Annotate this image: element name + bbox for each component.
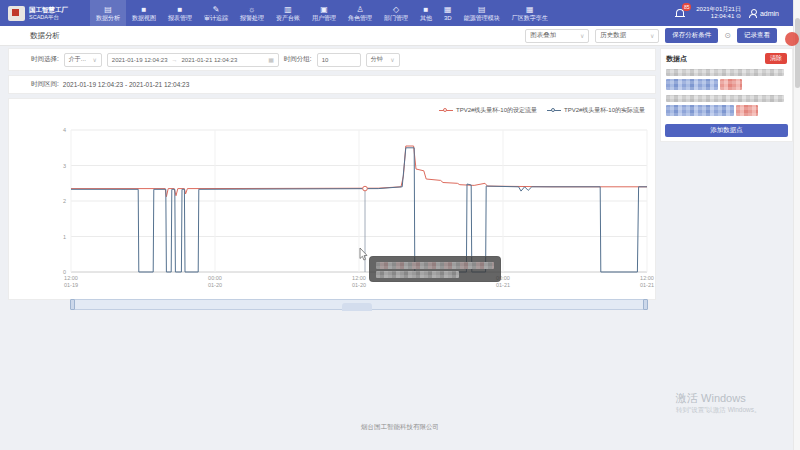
department-management-icon: ◇ xyxy=(393,5,399,14)
energy-management-icon: ▤ xyxy=(478,5,486,14)
interval-unit-select[interactable]: 分钟 ∨ xyxy=(366,53,400,67)
datazoom-slider[interactable] xyxy=(71,299,647,310)
chevron-down-icon: ∨ xyxy=(92,56,96,63)
svg-text:01-21: 01-21 xyxy=(640,282,654,288)
svg-text:01-20: 01-20 xyxy=(352,282,366,288)
help-icon[interactable]: ⊙ xyxy=(724,31,731,40)
nav-item-asset-ledger[interactable]: ▥资产台账 xyxy=(270,0,306,26)
svg-text:00:00: 00:00 xyxy=(208,275,222,281)
chevron-down-icon: ∨ xyxy=(580,32,584,39)
datapoints-panel: 数据点 清除 添加数据点 xyxy=(660,48,793,142)
main-menu: ▤数据分析 ■数据视图 ■报表管理 ✎审计追踪 ☼报警处理 ▥资产台账 ▣用户管… xyxy=(90,0,674,26)
chart-panel: TPV2#线头量杯-10的设定流量 TPV2#线头量杯-10的实际流量 0123… xyxy=(8,98,656,300)
save-analysis-button[interactable]: 保存分析条件 xyxy=(665,28,718,43)
datazoom-right-handle[interactable] xyxy=(643,299,648,310)
clear-button[interactable]: 清除 xyxy=(765,53,787,64)
svg-text:12:00: 12:00 xyxy=(352,275,366,281)
datazoom-shadow xyxy=(342,303,372,311)
data-analysis-icon: ▤ xyxy=(104,5,112,14)
tooltip-redacted-line xyxy=(376,262,494,269)
nav-item-audit-trail[interactable]: ✎审计追踪 xyxy=(198,0,234,26)
username: admin xyxy=(760,10,779,17)
notifications-button[interactable]: 85 xyxy=(674,6,688,20)
threed-icon: ▦ xyxy=(444,5,452,14)
scrollbar-thumb[interactable] xyxy=(795,18,800,88)
user-menu[interactable]: admin xyxy=(749,9,779,18)
nav-item-alarm-handling[interactable]: ☼报警处理 xyxy=(234,0,270,26)
chevron-down-icon: ∨ xyxy=(390,56,394,63)
chart-tooltip xyxy=(369,256,501,282)
datapoint-name-redacted xyxy=(666,69,784,76)
svg-text:4: 4 xyxy=(63,127,66,133)
page-title: 数据分析 xyxy=(30,31,60,41)
nav-item-energy-management[interactable]: ▤能源管理模块 xyxy=(458,0,506,26)
date-end-value: 2021-01-21 12:04:23 xyxy=(182,57,238,63)
line-chart[interactable]: 0123412:0001-1900:0001-2012:0001-2000:00… xyxy=(9,113,657,299)
svg-text:01-21: 01-21 xyxy=(496,282,510,288)
nav-item-data-analysis[interactable]: ▤数据分析 xyxy=(90,0,126,26)
datapoint-tag-redacted xyxy=(666,79,718,90)
time-range-label: 时间区间: xyxy=(31,80,59,89)
record-view-button[interactable]: 记录查看 xyxy=(737,28,777,43)
svg-text:12:00: 12:00 xyxy=(64,275,78,281)
date-start-value: 2021-01-19 12:04:23 xyxy=(112,57,168,63)
chart-overlay-select[interactable]: 图表叠加 ∨ xyxy=(525,29,589,43)
interval-value-input[interactable]: 10 xyxy=(317,53,361,67)
datapoint-item[interactable] xyxy=(666,69,787,90)
scrollbar[interactable] xyxy=(793,0,800,450)
nav-item-other[interactable]: ■其他 xyxy=(414,0,438,26)
notification-dot xyxy=(785,32,799,46)
add-datapoint-button[interactable]: 添加数据点 xyxy=(665,124,788,137)
app-logo: 国工智慧工厂 SCADA平台 xyxy=(0,6,78,21)
app-subtitle: SCADA平台 xyxy=(29,14,68,20)
calendar-icon: ▦ xyxy=(268,56,274,63)
arrow-right-icon: → xyxy=(172,57,178,63)
windows-activation-watermark: 激活 Windows 转到“设置”以激活 Windows。 xyxy=(676,391,761,415)
nav-item-digital-twin[interactable]: ▦厂区数字孪生 xyxy=(506,0,554,26)
datetime-display: 2021年01月21日 12:04:41 ⊙ xyxy=(696,6,741,20)
svg-text:12:00: 12:00 xyxy=(640,275,654,281)
datapoint-tag-redacted xyxy=(720,79,742,90)
datapoint-name-redacted xyxy=(666,95,784,102)
mouse-cursor xyxy=(359,248,368,261)
tooltip-redacted-line xyxy=(376,271,459,278)
date-range-input[interactable]: 2021-01-19 12:04:23 → 2021-01-21 12:04:2… xyxy=(107,53,279,67)
chevron-down-icon: ∨ xyxy=(650,32,654,39)
role-management-icon: ♙ xyxy=(356,5,363,14)
time-range-summary: 时间区间: 2021-01-19 12:04:23 - 2021-01-21 1… xyxy=(8,75,656,94)
time-group-label: 时间分组: xyxy=(284,55,312,64)
time-select-label: 时间选择: xyxy=(31,55,59,64)
datapoint-item[interactable] xyxy=(666,95,787,116)
datapoint-tag-redacted xyxy=(736,105,758,116)
nav-item-data-view[interactable]: ■数据视图 xyxy=(126,0,162,26)
nav-item-role-management[interactable]: ♙角色管理 xyxy=(342,0,378,26)
asset-ledger-icon: ▥ xyxy=(284,5,292,14)
datapoint-tag-redacted xyxy=(666,105,734,116)
nav-item-department-management[interactable]: ◇部门管理 xyxy=(378,0,414,26)
app-title: 国工智慧工厂 xyxy=(29,6,68,13)
subheader-bar: 数据分析 图表叠加 ∨ 历史数据 ∨ 保存分析条件 ⊙ 记录查看 xyxy=(0,26,793,46)
user-icon xyxy=(749,9,757,18)
data-source-select[interactable]: 历史数据 ∨ xyxy=(595,29,659,43)
alarm-handling-icon: ☼ xyxy=(248,5,255,14)
svg-text:01-20: 01-20 xyxy=(208,282,222,288)
time-range-value: 2021-01-19 12:04:23 - 2021-01-21 12:04:2… xyxy=(63,81,190,88)
nav-item-user-management[interactable]: ▣用户管理 xyxy=(306,0,342,26)
logo-icon xyxy=(8,6,25,21)
svg-text:3: 3 xyxy=(63,163,66,169)
svg-text:01-19: 01-19 xyxy=(64,282,78,288)
data-view-icon: ■ xyxy=(142,5,147,14)
notification-badge: 85 xyxy=(682,3,691,11)
top-navbar: 国工智慧工厂 SCADA平台 ▤数据分析 ■数据视图 ■报表管理 ✎审计追踪 ☼… xyxy=(0,0,793,26)
other-icon: ■ xyxy=(424,5,429,14)
time-condition-select[interactable]: 介于... ∨ xyxy=(64,53,102,67)
user-management-icon: ▣ xyxy=(320,5,328,14)
datazoom-left-handle[interactable] xyxy=(70,299,75,310)
svg-text:1: 1 xyxy=(63,234,66,240)
filter-bar: 时间选择: 介于... ∨ 2021-01-19 12:04:23 → 2021… xyxy=(8,48,656,71)
nav-item-3d[interactable]: ▦3D xyxy=(438,0,458,26)
svg-text:2: 2 xyxy=(63,198,66,204)
report-management-icon: ■ xyxy=(178,5,183,14)
audit-trail-icon: ✎ xyxy=(213,5,220,14)
nav-item-report-management[interactable]: ■报表管理 xyxy=(162,0,198,26)
